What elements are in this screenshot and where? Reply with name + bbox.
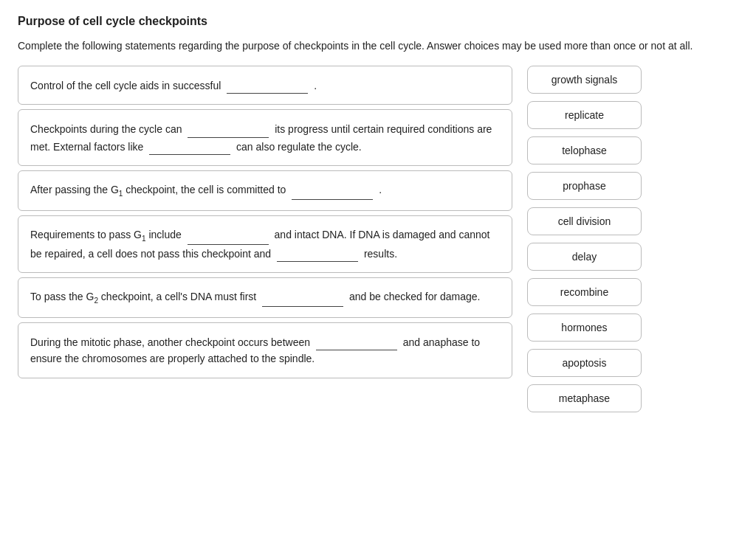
answer-chip-metaphase[interactable]: metaphase [527,384,642,412]
q5-text-2: and be checked for damage. [349,291,480,302]
questions-column: Control of the cell cycle aids in succes… [18,66,512,383]
q1-text-2: . [314,80,317,91]
question-card-2: Checkpoints during the cycle can its pro… [18,109,512,166]
question-card-4: Requirements to pass G1 include and inta… [18,215,512,273]
question-card-6: During the mitotic phase, another checkp… [18,322,512,378]
q1-text-1: Control of the cell cycle aids in succes… [30,80,221,91]
q5-text-1: To pass the G2 checkpoint, a cell's DNA … [30,291,256,302]
answer-chip-telophase[interactable]: telophase [527,136,642,164]
q4-blank-1[interactable] [188,227,269,244]
q4-sub-1: 1 [142,235,146,243]
page-title: Purpose of cell cycle checkpoints [18,15,738,28]
q3-sub-1: 1 [119,190,123,198]
question-card-1: Control of the cell cycle aids in succes… [18,66,512,105]
q3-blank-1[interactable] [292,183,373,200]
answer-chip-hormones[interactable]: hormones [527,313,642,342]
answer-chip-apoptosis[interactable]: apoptosis [527,349,642,377]
q3-text-2: . [379,184,382,195]
q3-text-1: After passing the G1 checkpoint, the cel… [30,184,286,195]
answer-chip-delay[interactable]: delay [527,243,642,271]
q4-text-3: results. [364,248,397,260]
q5-blank-1[interactable] [262,290,343,307]
q4-blank-2[interactable] [277,245,358,262]
q2-blank-2[interactable] [149,138,230,155]
q2-text-3: can also regulate the cycle. [236,141,362,153]
answer-chip-cell-division[interactable]: cell division [527,207,642,235]
q6-text-1: During the mitotic phase, another checkp… [30,336,310,348]
answer-chip-prophase[interactable]: prophase [527,172,642,200]
q5-sub-1: 2 [94,297,98,305]
q1-blank-1[interactable] [227,77,308,94]
answer-chip-replicate[interactable]: replicate [527,101,642,129]
q4-text-1: Requirements to pass G1 include [30,229,182,240]
answers-column: growth signals replicate telophase proph… [527,66,642,412]
q2-blank-1[interactable] [188,120,269,137]
instructions-text: Complete the following statements regard… [18,38,738,54]
question-card-3: After passing the G1 checkpoint, the cel… [18,170,512,211]
q2-text-1: Checkpoints during the cycle can [30,123,182,135]
question-card-5: To pass the G2 checkpoint, a cell's DNA … [18,277,512,318]
main-layout: Control of the cell cycle aids in succes… [18,66,738,412]
answer-chip-growth-signals[interactable]: growth signals [527,66,642,94]
q6-blank-1[interactable] [316,333,397,350]
answer-chip-recombine[interactable]: recombine [527,278,642,306]
